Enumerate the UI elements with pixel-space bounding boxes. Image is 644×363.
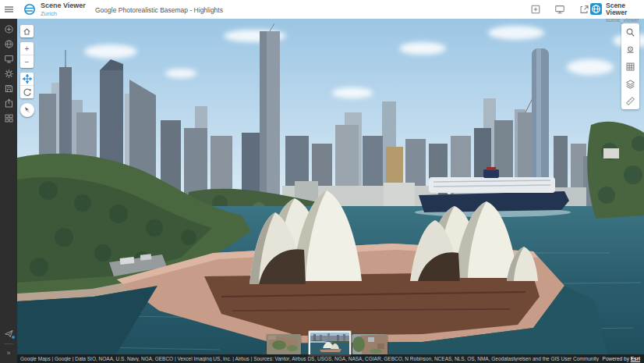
share-icon[interactable] — [579, 4, 589, 15]
scene-viewer-app: Scene Viewer Zurich Google Photorealisti… — [0, 0, 644, 363]
header-bar: Scene Viewer Zurich Google Photorealisti… — [0, 0, 644, 19]
menu-icon[interactable] — [5, 6, 13, 12]
esri-logo-icon — [23, 3, 36, 16]
layers-icon[interactable] — [621, 75, 639, 92]
add-layers-icon[interactable] — [0, 22, 17, 37]
add-item-icon[interactable] — [530, 4, 541, 15]
zoom-out-button[interactable]: − — [20, 55, 34, 68]
basemap-icon[interactable] — [0, 37, 17, 52]
notification-dot — [12, 336, 15, 339]
daylight-icon[interactable] — [621, 41, 639, 58]
attribution-bar: Google Maps | Google | Data SIO, NOAA, U… — [17, 354, 644, 363]
search-icon[interactable] — [621, 23, 639, 41]
present-display-icon[interactable] — [554, 4, 565, 15]
home-button[interactable] — [20, 25, 34, 37]
slide-thumbnail-3[interactable] — [352, 334, 387, 354]
slide-thumbnail-1[interactable] — [267, 334, 301, 354]
esri-link[interactable]: Esri — [631, 356, 640, 361]
apps-grid-icon[interactable] — [0, 111, 17, 126]
app-title: Scene Viewer — [41, 2, 86, 9]
compass-button[interactable] — [20, 103, 34, 117]
project-title: Scene Viewer — [606, 2, 644, 16]
powered-by-label: Powered by — [603, 356, 629, 361]
project-title-block: Scene Viewer scene_viewer — [606, 2, 644, 23]
viewer-tools-panel — [621, 23, 639, 109]
measure-icon[interactable] — [621, 92, 639, 109]
navigation-controls: + − — [20, 25, 34, 117]
powered-by: Powered by Esri — [603, 356, 644, 361]
expand-toolbar-button[interactable]: » — [6, 347, 10, 360]
scene-document-title: Google Photorealistic Basemap - Highligh… — [95, 6, 223, 14]
zoom-in-button[interactable]: + — [20, 42, 34, 55]
attribution-text: Google Maps | Google | Data SIO, NOAA, U… — [17, 356, 603, 361]
scene-name-link[interactable]: Zurich — [41, 11, 86, 17]
project-subtitle: scene_viewer — [606, 17, 644, 23]
rail-divider — [4, 343, 13, 344]
designer-toolbar: » — [0, 19, 17, 363]
pan-tool-button[interactable] — [20, 73, 34, 85]
headland-right — [587, 122, 644, 219]
rotate-tool-button[interactable] — [20, 86, 34, 98]
share-scene-icon[interactable] — [0, 96, 17, 111]
scene-canvas[interactable] — [17, 19, 644, 363]
save-icon[interactable] — [0, 81, 17, 96]
feedback-icon[interactable] — [0, 326, 17, 340]
slide-thumbnail-2-selected[interactable] — [309, 331, 351, 356]
app-title-block: Scene Viewer Zurich — [41, 2, 86, 17]
scene-viewer-app-icon[interactable] — [590, 3, 602, 15]
display-icon[interactable] — [0, 52, 17, 66]
basemap-grid-icon[interactable] — [621, 58, 639, 75]
settings-gear-icon[interactable] — [0, 66, 17, 81]
